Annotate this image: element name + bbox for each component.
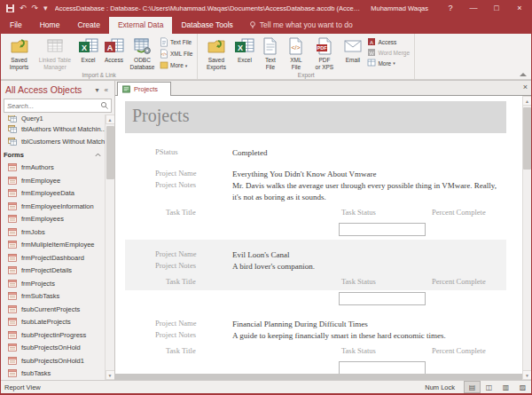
tab-projects-report[interactable]: Projects [117,82,171,96]
sidebar-item[interactable]: tblCustomers Without Match... [1,136,105,149]
tab-create[interactable]: Create [68,17,109,34]
export-excel-label: Excel [238,57,252,64]
word-merge-button[interactable]: W Word Merge [367,48,410,57]
search-input[interactable] [4,102,100,110]
sidebar-item[interactable]: frmEmployeeInformation [1,200,105,213]
scroll-down-icon[interactable]: ▼ [106,370,115,380]
horizontal-scrollbar[interactable] [115,374,522,380]
task-status-input[interactable] [339,292,426,305]
export-text-file-button[interactable]: Text File [257,36,283,71]
project-entry: Project Name Evil Loon's Canal Project N… [125,240,506,290]
import-excel-button[interactable]: X Excel [75,36,101,64]
linked-table-icon [45,36,65,56]
form-icon [8,228,17,236]
tab-home[interactable]: Home [31,17,69,34]
sidebar-item[interactable]: frmMulipleItemEmployee [1,239,105,252]
tab-file[interactable]: File [1,17,31,34]
export-more-button[interactable]: More ▾ [367,59,410,67]
sidebar-item[interactable]: frmJobs [1,225,105,239]
import-access-button[interactable]: A Access [101,36,127,64]
export-xml-file-button[interactable]: </> XML File [283,36,309,71]
layout-view-button[interactable]: ▥ [497,381,514,393]
report-scrollbar[interactable]: ▲ ▼ [522,96,531,380]
odbc-database-icon [133,36,153,56]
sidebar-scrollbar[interactable]: ▲ ▼ [105,115,114,380]
sidebar-item-label: fsubTasks [21,369,51,377]
scroll-down-icon[interactable]: ▼ [522,370,531,380]
linked-table-manager-button[interactable]: Linked Table Manager [35,36,75,71]
close-document-icon[interactable]: × [523,83,528,91]
report-icon [122,85,130,93]
view-shortcut-buttons: ▤ ◫ ▥ ▨ [464,381,531,393]
tab-external-data[interactable]: External Data [109,17,173,34]
minimize-button[interactable]: — [462,4,485,12]
percent-complete-header: Percent Complete [432,208,486,217]
saved-imports-label: Saved Imports [10,57,29,71]
svg-text:</>: </> [291,44,300,51]
task-status-input[interactable] [339,223,426,236]
customize-qat-icon[interactable]: ▾ [43,4,48,12]
tab-database-tools[interactable]: Database Tools [172,17,241,34]
document-area: Projects × Projects PStatus Completed [115,80,531,380]
shutter-close-icon[interactable]: « [102,86,111,94]
export-access-button[interactable]: A Access [367,37,410,46]
sidebar-item[interactable]: frmSubTasks [1,290,105,304]
sidebar-item[interactable]: tblAuthors Without Matchin... [1,122,105,136]
sidebar-object-list: Query1 tblAuthors Without Matchin... [1,115,105,380]
sidebar-item[interactable]: frmEmployees [1,213,105,226]
saved-imports-button[interactable]: Saved Imports [4,36,35,71]
sidebar-item[interactable]: frmProjectDetails [1,265,105,278]
maximize-button[interactable]: □ [485,4,508,12]
sidebar-item-label: frmProjectDashboard [21,254,84,262]
scroll-up-icon[interactable]: ▲ [106,115,115,124]
import-more-button[interactable]: More ▾ [160,60,192,70]
project-notes-label: Project Notes [155,330,196,339]
sidebar-item[interactable]: Forms [1,148,105,162]
sidebar-item[interactable]: frmProjectDashboard [1,251,105,265]
access-icon: A [105,36,124,56]
sidebar-item-label: frmEmployeeData [21,189,74,197]
task-status-input[interactable] [339,361,426,375]
task-status-header: Task Status [341,208,376,217]
import-link-group: Saved Imports Linked Table Manager X Exc… [1,34,198,79]
save-icon[interactable] [6,4,14,12]
signed-in-user[interactable]: Muhammad Waqas [360,4,439,12]
print-preview-button[interactable]: ◫ [481,381,497,393]
close-button[interactable]: × [508,4,531,12]
sidebar-item[interactable]: fsubProjectsOnHold [1,342,105,355]
scroll-up-icon[interactable]: ▲ [522,96,531,106]
project-notes-value: A bird lover's companion. [232,261,315,273]
help-button[interactable]: ? [439,4,462,12]
navigation-pane: All Access Objects ▾ « Query1 [1,80,115,380]
import-xml-file-button[interactable]: </> XML File [160,49,192,59]
report-view-button[interactable]: ▤ [464,381,481,393]
collapse-ribbon-icon[interactable] [520,73,527,76]
sidebar-item[interactable]: Query1 [1,115,105,122]
form-icon [8,189,17,197]
email-button[interactable]: Email [340,36,365,64]
design-view-button[interactable]: ▨ [514,381,531,393]
undo-icon[interactable]: ↶ [20,4,27,12]
sidebar-item[interactable]: fsubProjectsOnHold1 [1,354,105,367]
sidebar-item[interactable]: frmAuthors [1,162,105,175]
section-collapse-icon[interactable] [95,152,101,158]
sidebar-item[interactable]: fsubProjectinProgress [1,328,105,342]
sidebar-item[interactable]: fsubTasks [1,367,105,381]
form-icon [8,254,17,262]
pdf-or-xps-button[interactable]: PDF PDF or XPS [309,36,340,71]
sidebar-item[interactable]: frmEmployeeData [1,187,105,201]
sidebar-item[interactable]: frmEmployee [1,174,105,187]
pstatus-label: PStatus [155,147,178,156]
sidebar-item[interactable]: fsubLateProjects [1,316,105,329]
sidebar-item[interactable]: fsubCurrentProjects [1,303,105,316]
export-excel-button[interactable]: X Excel [231,36,257,64]
import-text-file-button[interactable]: Text File [160,37,192,47]
export-more-label: More [378,60,391,67]
redo-icon[interactable]: ↷ [32,4,39,12]
saved-exports-button[interactable]: Saved Exports [200,36,231,71]
sidebar-item[interactable]: frmProjects [1,277,105,290]
tell-me-box[interactable]: Tell me what you want to do [242,17,360,34]
odbc-database-button[interactable]: ODBC Database [127,36,158,71]
nav-menu-dropdown-icon[interactable]: ▾ [93,86,102,94]
project-name-value: Everything You Didn't Know About Vmware [232,169,376,180]
